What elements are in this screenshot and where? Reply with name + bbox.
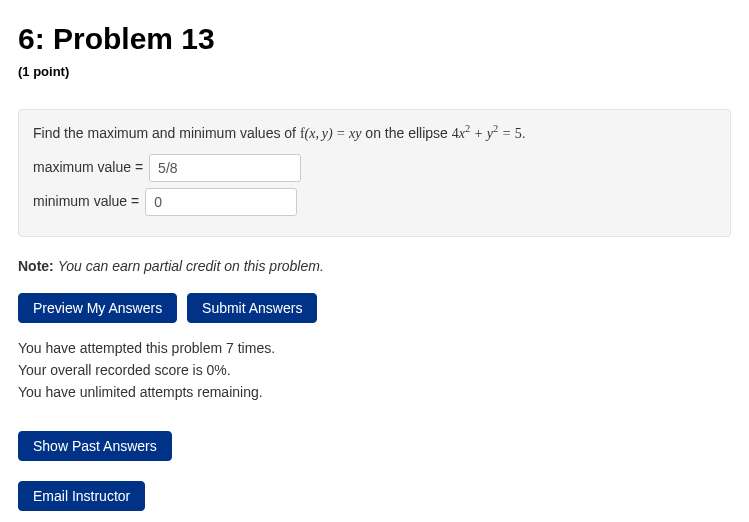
submit-button[interactable]: Submit Answers (187, 293, 317, 323)
min-input[interactable] (145, 188, 297, 216)
status-block: You have attempted this problem 7 times.… (18, 339, 731, 403)
math-constraint: 4x2 + y2 = 5 (452, 126, 522, 141)
points-label: (1 point) (18, 63, 731, 82)
score-text: Your overall recorded score is 0%. (18, 361, 731, 381)
show-past-answers-button[interactable]: Show Past Answers (18, 431, 172, 461)
answer-button-row: Preview My Answers Submit Answers (18, 293, 731, 323)
note-bold: Note: (18, 258, 54, 274)
max-label: maximum value = (33, 158, 143, 178)
note: Note: You can earn partial credit on thi… (18, 257, 731, 277)
max-row: maximum value = (33, 154, 716, 182)
min-row: minimum value = (33, 188, 716, 216)
math-function: f(x, y) = xy (300, 126, 362, 141)
problem-end: . (522, 125, 526, 141)
preview-button[interactable]: Preview My Answers (18, 293, 177, 323)
problem-intro: Find the maximum and minimum values of (33, 125, 300, 141)
min-label: minimum value = (33, 192, 139, 212)
email-instructor-button[interactable]: Email Instructor (18, 481, 145, 511)
note-italic: You can earn partial credit on this prob… (58, 258, 324, 274)
remaining-text: You have unlimited attempts remaining. (18, 383, 731, 403)
max-input[interactable] (149, 154, 301, 182)
problem-mid: on the ellipse (361, 125, 451, 141)
problem-statement: Find the maximum and minimum values of f… (33, 122, 716, 144)
problem-container: Find the maximum and minimum values of f… (18, 109, 731, 237)
page-title: 6: Problem 13 (18, 18, 731, 61)
attempts-text: You have attempted this problem 7 times. (18, 339, 731, 359)
